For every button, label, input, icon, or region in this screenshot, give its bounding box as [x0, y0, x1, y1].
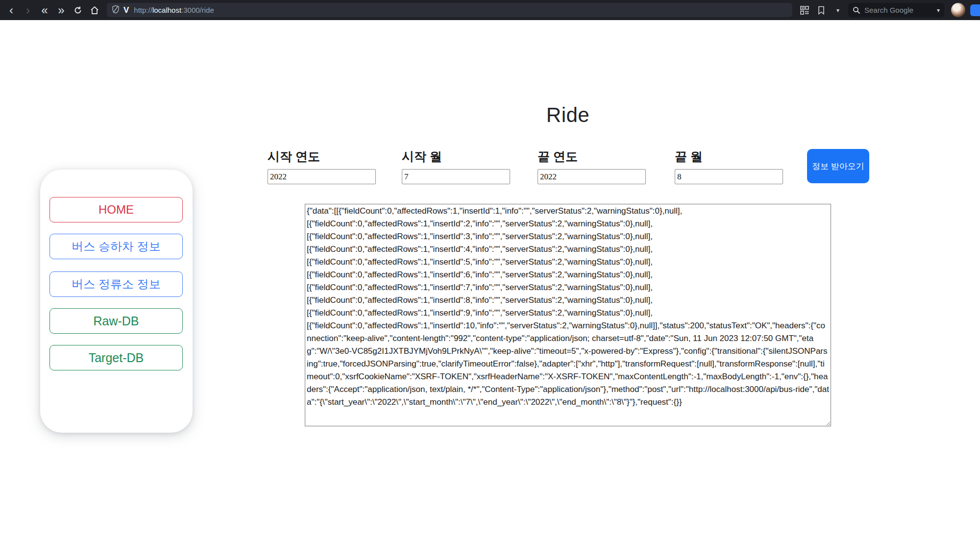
- sidebar-item-home[interactable]: HOME: [49, 197, 183, 222]
- start-year-input[interactable]: [268, 169, 376, 184]
- start-year-label: 시작 연도: [268, 148, 376, 165]
- sidebar-card: HOME 버스 승하차 정보 버스 정류소 정보 Raw-DB Target-D…: [40, 170, 193, 433]
- search-placeholder[interactable]: Search Google: [864, 6, 937, 14]
- qr-code-icon[interactable]: [797, 3, 812, 18]
- home-icon[interactable]: [86, 2, 103, 18]
- start-month-input[interactable]: [402, 169, 510, 184]
- field-start-month: 시작 월: [402, 148, 510, 184]
- end-month-input[interactable]: [675, 169, 783, 184]
- search-engine-caret-icon[interactable]: ▾: [937, 7, 940, 14]
- page-content: Ride 시작 연도 시작 월 끝 연도 끝 월 정보 받아오기 HOME 버스…: [0, 20, 980, 539]
- shield-icon[interactable]: [112, 5, 120, 16]
- bookmark-icon[interactable]: [814, 3, 829, 18]
- field-end-month: 끝 월: [675, 148, 783, 184]
- search-field[interactable]: Search Google ▾: [848, 3, 944, 17]
- url-text[interactable]: http://localhost:3000/ride: [134, 6, 214, 14]
- profile-avatar[interactable]: [951, 3, 965, 17]
- forward-icon[interactable]: ›: [20, 2, 36, 18]
- sidebar-item-bus-ride-info[interactable]: 버스 승하차 정보: [49, 234, 183, 259]
- sidebar-item-target-db[interactable]: Target-DB: [49, 345, 183, 370]
- end-month-label: 끝 월: [675, 148, 783, 165]
- fetch-info-button[interactable]: 정보 받아오기: [807, 149, 869, 183]
- back-icon[interactable]: ‹: [3, 2, 20, 18]
- sync-panel-toggle[interactable]: [970, 4, 980, 16]
- page-title: Ride: [305, 103, 831, 127]
- field-start-year: 시작 연도: [268, 148, 376, 184]
- sidebar-item-raw-db[interactable]: Raw-DB: [49, 308, 183, 334]
- sidebar-item-bus-stop-info[interactable]: 버스 정류소 정보: [49, 271, 183, 297]
- rewind-icon[interactable]: «: [36, 2, 53, 18]
- browser-toolbar: ‹ › « » V http://localhost:3000/ride: [0, 0, 980, 20]
- end-year-label: 끝 연도: [538, 148, 646, 165]
- url-bar[interactable]: V http://localhost:3000/ride: [107, 3, 792, 17]
- response-textarea[interactable]: {"data":[[{"fieldCount":0,"affectedRows"…: [305, 204, 831, 426]
- vivaldi-page-icon: V: [123, 5, 129, 15]
- start-month-label: 시작 월: [402, 148, 510, 165]
- search-icon[interactable]: [853, 6, 860, 14]
- end-year-input[interactable]: [538, 169, 646, 184]
- field-end-year: 끝 연도: [538, 148, 646, 184]
- fast-forward-icon[interactable]: »: [53, 2, 70, 18]
- bookmark-dropdown-icon[interactable]: ▾: [831, 3, 845, 18]
- reload-icon[interactable]: [70, 2, 86, 18]
